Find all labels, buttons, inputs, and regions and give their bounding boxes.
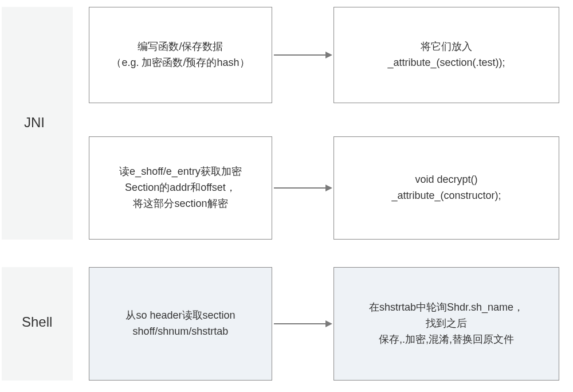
text-line: _attribute_(constructor);: [391, 188, 501, 204]
text-line: _attribute_(section(.test));: [387, 55, 505, 71]
jni-row2-left-box: 读e_shoff/e_entry获取加密 Section的addr和offset…: [89, 136, 272, 240]
text-line: 找到之后: [426, 316, 467, 332]
text-line: 从so header读取section: [125, 308, 235, 324]
text-line: 在shstrtab中轮询Shdr.sh_name，: [369, 300, 524, 316]
text-line: 将它们放入: [421, 39, 472, 55]
text-line: void decrypt(): [415, 172, 477, 188]
text-line: 保存,.加密,混淆,替换回原文件: [379, 332, 514, 348]
jni-row1-right-box: 将它们放入 _attribute_(section(.test));: [333, 7, 559, 103]
text-line: 将这部分section解密: [133, 196, 227, 212]
jni-row2-right-box: void decrypt() _attribute_(constructor);: [333, 136, 559, 240]
jni-row1-left-box: 编写函数/保存数据 （e.g. 加密函数/预存的hash）: [89, 7, 272, 103]
diagram-canvas: JNI Shell 编写函数/保存数据 （e.g. 加密函数/预存的hash） …: [0, 0, 573, 392]
text-line: 编写函数/保存数据: [138, 39, 223, 55]
text-line: shoff/shnum/shstrtab: [133, 324, 229, 340]
text-line: Section的addr和offset，: [125, 180, 236, 196]
jni-label: JNI: [24, 115, 45, 131]
text-line: （e.g. 加密函数/预存的hash）: [111, 55, 249, 71]
shell-label: Shell: [22, 314, 52, 330]
shell-left-box: 从so header读取section shoff/shnum/shstrtab: [89, 267, 272, 381]
text-line: 读e_shoff/e_entry获取加密: [119, 164, 242, 180]
shell-right-box: 在shstrtab中轮询Shdr.sh_name， 找到之后 保存,.加密,混淆…: [333, 267, 559, 381]
